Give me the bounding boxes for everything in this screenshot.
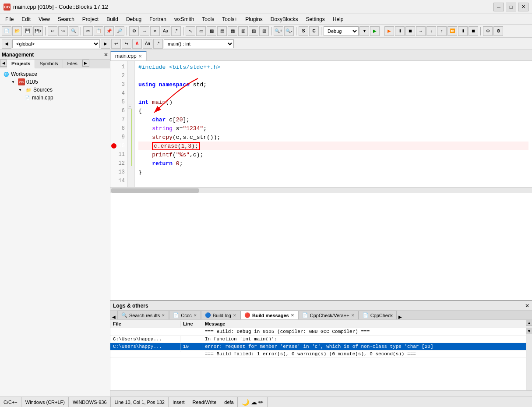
tree-sources[interactable]: ▼ 📁 Sources	[16, 86, 108, 94]
menu-tools[interactable]: Tools	[198, 15, 218, 23]
menu-debug[interactable]: Debug	[123, 15, 145, 23]
build-mode-select[interactable]: Debug Release	[324, 26, 359, 36]
redo-button[interactable]: ↪	[58, 26, 68, 36]
tab-cppcheck2[interactable]: 📄 CppCheck	[359, 311, 397, 319]
h-scroll-thumb[interactable]	[111, 188, 199, 193]
editor-tab-close[interactable]: ✕	[138, 54, 142, 59]
extra-btn2[interactable]: ⚙	[493, 26, 503, 36]
match-button[interactable]: ≈	[150, 26, 160, 36]
menu-view[interactable]: View	[35, 15, 53, 23]
menu-doxyblocks[interactable]: DoxyBlocks	[267, 15, 302, 23]
tree-workspace[interactable]: 🌐 Workspace	[2, 70, 108, 78]
menu-fortran[interactable]: Fortran	[146, 15, 170, 23]
copy-button[interactable]: 📋	[94, 26, 103, 36]
function-select[interactable]: main() : int	[164, 39, 234, 48]
run-button[interactable]: ▶	[370, 26, 380, 36]
paste-button[interactable]: 📌	[104, 26, 114, 36]
select7-button[interactable]: ▨	[259, 26, 269, 36]
log-scroll-down[interactable]: ▼	[526, 328, 532, 334]
debug-pause2[interactable]: ⏸	[458, 26, 468, 36]
select1-button[interactable]: ▭	[196, 26, 206, 36]
debug-pause[interactable]: ⏸	[395, 26, 405, 36]
close-button[interactable]: ✕	[518, 3, 528, 11]
select2-button[interactable]: ▩	[207, 26, 216, 36]
minimize-button[interactable]: ─	[493, 3, 504, 11]
tab-cppcheck-close[interactable]: ✕	[351, 313, 355, 318]
cut-button[interactable]: ✂	[83, 26, 93, 36]
save-all-button[interactable]: 💾+	[33, 26, 43, 36]
tab-build-log[interactable]: 🔵 Build log ✕	[201, 311, 240, 319]
debug-out[interactable]: ↑	[437, 26, 447, 36]
find-button[interactable]: 🔎	[115, 26, 124, 36]
menu-tools-plus[interactable]: Tools+	[218, 15, 241, 23]
bookmark-fwd[interactable]: ↪	[122, 39, 131, 49]
maximize-button[interactable]: □	[506, 3, 516, 11]
editor-h-scrollbar[interactable]	[110, 187, 532, 193]
select3-button[interactable]: ▤	[217, 26, 227, 36]
panel-nav-left[interactable]: ◀	[0, 60, 7, 67]
logs-close[interactable]: ✕	[525, 303, 529, 309]
goto-button[interactable]: →	[140, 26, 149, 36]
menu-settings[interactable]: Settings	[302, 15, 328, 23]
regex-button[interactable]: .*	[171, 26, 181, 36]
menu-project[interactable]: Project	[79, 15, 102, 23]
replace-button[interactable]: ⚙	[129, 26, 139, 36]
zoom-in-button[interactable]: 🔍+	[274, 26, 283, 36]
select6-button[interactable]: ▧	[249, 26, 258, 36]
bottom-tabs-nav-right[interactable]: ▶	[397, 315, 404, 319]
tab-build-messages[interactable]: 🔴 Build messages ✕	[240, 311, 298, 319]
menu-help[interactable]: Help	[329, 15, 347, 23]
bottom-tabs-nav-left[interactable]: ◀	[110, 315, 117, 319]
c-button[interactable]: C	[309, 26, 319, 36]
extra-btn1[interactable]: ⚙	[483, 26, 493, 36]
save-button[interactable]: 💾	[23, 26, 32, 36]
tab-cccc[interactable]: 📄 Cccc ✕	[169, 311, 201, 319]
cursor-button[interactable]: ↖	[186, 26, 195, 36]
tree-project[interactable]: ▼ CB 0105	[9, 78, 108, 86]
menu-file[interactable]: File	[2, 15, 17, 23]
editor-tab-main-cpp[interactable]: main.cpp ✕	[110, 51, 147, 60]
debug-run2[interactable]: ⏩	[447, 26, 457, 36]
bottom-h-scrollbar[interactable]	[110, 390, 532, 396]
forward-button[interactable]: ▶	[101, 39, 110, 49]
match-case-btn[interactable]: Aa	[143, 39, 152, 49]
tab-build-log-close[interactable]: ✕	[233, 313, 236, 318]
panel-nav-right[interactable]: ▶	[82, 60, 89, 67]
menu-wxsmith[interactable]: wxSmith	[171, 15, 197, 23]
highlight-btn[interactable]: A	[132, 39, 142, 49]
fold-6[interactable]: −	[128, 105, 132, 109]
back-button[interactable]: ◀	[2, 39, 11, 49]
management-close[interactable]: ✕	[104, 52, 108, 58]
log-row-4[interactable]: === Build failed: 1 error(s), 0 warning(…	[110, 350, 526, 358]
tab-projects[interactable]: Projects	[7, 60, 35, 68]
debug-run[interactable]: ▶	[384, 26, 394, 36]
zoom-out-button[interactable]: 🔍-	[284, 26, 294, 36]
search-toolbar-button[interactable]: 🔍	[69, 26, 78, 36]
debug-step[interactable]: ↓	[426, 26, 436, 36]
menu-build[interactable]: Build	[103, 15, 122, 23]
log-row-3[interactable]: C:\Users\happy... 10 error: request for …	[110, 343, 526, 350]
debug-stop2[interactable]: ⏹	[469, 26, 478, 36]
log-row-2[interactable]: C:\Users\happy... In function 'int main(…	[110, 336, 526, 343]
tree-main-cpp[interactable]: 📄 main.cpp	[23, 94, 108, 102]
tab-files[interactable]: Files	[63, 60, 82, 68]
bookmark-back[interactable]: ↩	[111, 39, 121, 49]
menu-search[interactable]: Search	[54, 15, 78, 23]
menu-edit[interactable]: Edit	[18, 15, 34, 23]
search-input-btn[interactable]: .*	[153, 39, 163, 49]
select4-button[interactable]: ▦	[228, 26, 237, 36]
new-button[interactable]: 📄	[2, 26, 11, 36]
tab-cccc-close[interactable]: ✕	[194, 313, 197, 318]
debug-next[interactable]: →	[416, 26, 426, 36]
scope-select[interactable]: <global>	[12, 39, 100, 48]
log-row-1[interactable]: === Build: Debug in 0105 (compiler: GNU …	[110, 328, 526, 336]
undo-button[interactable]: ↩	[48, 26, 57, 36]
tab-search-results[interactable]: 🔍 Search results ✕	[117, 311, 169, 319]
code-content[interactable]: #include <bits/stdc++.h> using namespace…	[135, 61, 532, 187]
build-combo-arrow[interactable]: ▾	[359, 26, 369, 36]
tab-build-messages-close[interactable]: ✕	[291, 313, 294, 318]
debug-stop[interactable]: ⏹	[405, 26, 415, 36]
tab-search-close[interactable]: ✕	[162, 313, 165, 318]
log-scroll-up[interactable]: ▲	[526, 320, 532, 326]
tab-cppcheck[interactable]: 📄 CppCheck/Vera++ ✕	[298, 311, 359, 319]
